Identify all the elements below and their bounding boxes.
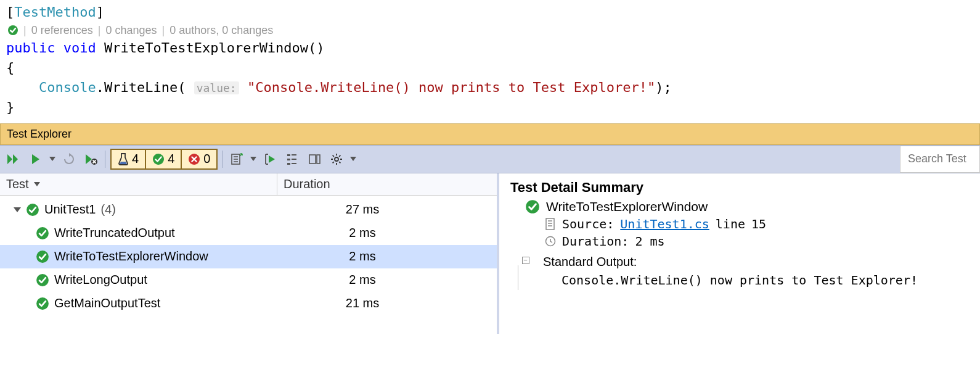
svg-rect-6 — [287, 159, 290, 160]
grid-header: Test Duration — [0, 173, 497, 196]
test-tree-pane: Test Duration UnitTest1 (4) 27 ms Writ — [0, 173, 499, 334]
stdout-value: Console.WriteLine() now prints to Test E… — [561, 273, 918, 288]
stdout-block: − Standard Output: Console.WriteLine() n… — [510, 255, 969, 290]
test-duration: 2 ms — [277, 226, 497, 240]
test-duration: 2 ms — [277, 249, 497, 263]
svg-point-10 — [335, 157, 338, 161]
svg-rect-8 — [309, 155, 316, 164]
test-explorer-body: Test Duration UnitTest1 (4) 27 ms Writ — [0, 173, 980, 334]
keyword: void — [63, 40, 96, 56]
test-detail-pane: Test Detail Summary WriteToTestExplorerW… — [499, 173, 980, 334]
type-name: Console — [39, 80, 96, 95]
test-row[interactable]: GetMainOutputTest21 ms — [0, 292, 497, 315]
playlist-button[interactable] — [228, 151, 245, 168]
method-signature: public void WriteToTestExplorerWindow() — [6, 38, 974, 58]
tree-guide — [518, 265, 518, 290]
pass-icon — [26, 203, 39, 217]
search-box[interactable] — [900, 146, 980, 173]
codelens-references[interactable]: 0 references — [31, 22, 93, 38]
group-count: (4) — [100, 202, 115, 217]
count-failed[interactable]: 0 — [182, 150, 216, 168]
run-failed-button[interactable] — [83, 151, 100, 168]
svg-rect-9 — [317, 155, 320, 164]
count-total[interactable]: 4 — [112, 150, 146, 168]
hierarchy-button[interactable] — [284, 151, 301, 168]
column-header-test[interactable]: Test — [0, 173, 277, 195]
parens: () — [308, 40, 325, 56]
method-ref: WriteLine — [104, 80, 178, 95]
duration-label: Duration: — [562, 234, 629, 249]
attribute-name: TestMethod — [14, 4, 96, 20]
code-editor[interactable]: [TestMethod] | 0 references | 0 changes … — [0, 0, 980, 123]
pass-icon — [36, 297, 49, 310]
test-pass-icon — [7, 25, 18, 36]
source-label: Source: — [562, 217, 614, 231]
test-name: WriteLongOutput — [54, 273, 147, 287]
search-input[interactable] — [907, 152, 973, 166]
test-row[interactable]: WriteLongOutput2 ms — [0, 268, 497, 292]
test-name: WriteTruncatedOutput — [54, 226, 175, 240]
bracket-close: ] — [96, 4, 104, 20]
pass-icon — [152, 153, 165, 165]
settings-dropdown-icon[interactable] — [350, 157, 356, 161]
run-button[interactable] — [27, 151, 44, 168]
codelens-row[interactable]: | 0 references | 0 changes | 0 authors, … — [6, 22, 974, 38]
test-duration: 21 ms — [277, 296, 497, 310]
expand-icon[interactable] — [14, 207, 21, 212]
column-header-test-label: Test — [6, 177, 29, 191]
group-name: UnitTest1 — [44, 202, 96, 217]
run-all-button[interactable] — [5, 151, 22, 168]
codelens-sep: | — [162, 22, 165, 38]
codelens-authors[interactable]: 0 authors, 0 changes — [169, 22, 273, 38]
count-passed[interactable]: 4 — [146, 150, 182, 168]
group-duration: 27 ms — [277, 202, 497, 217]
stdout-label: Standard Output: — [543, 255, 918, 269]
test-group-row[interactable]: UnitTest1 (4) 27 ms — [0, 198, 497, 222]
detail-title: Test Detail Summary — [510, 180, 969, 196]
method-call-line: Console.WriteLine( value: "Console.Write… — [6, 78, 974, 97]
test-duration: 2 ms — [277, 273, 497, 287]
detail-test-name: WriteToTestExplorerWindow — [546, 199, 708, 214]
toolbar-separator — [105, 151, 105, 168]
test-counts-box: 4 4 0 — [110, 149, 218, 170]
test-explorer-toolbar: 4 4 0 — [0, 145, 980, 173]
svg-rect-17 — [546, 218, 554, 230]
brace: } — [6, 99, 14, 115]
count-total-value: 4 — [132, 152, 139, 166]
column-header-duration[interactable]: Duration — [277, 173, 497, 195]
test-row[interactable]: WriteTruncatedOutput2 ms — [0, 222, 497, 245]
run-dropdown-icon[interactable] — [49, 157, 55, 161]
clock-icon — [545, 236, 556, 247]
brace: { — [6, 60, 14, 75]
call-close: ); — [655, 80, 672, 95]
param-hint: value: — [194, 81, 239, 94]
column-header-duration-label: Duration — [284, 177, 330, 191]
pass-icon — [36, 226, 49, 240]
show-details-button[interactable] — [306, 151, 323, 168]
brace-close: } — [6, 97, 974, 117]
svg-rect-5 — [287, 154, 290, 156]
test-row[interactable]: WriteToTestExplorerWindow2 ms — [0, 245, 497, 268]
settings-button[interactable] — [328, 151, 345, 168]
dot: . — [96, 80, 104, 95]
test-name: GetMainOutputTest — [54, 296, 160, 310]
string-literal: "Console.WriteLine() now prints to Test … — [247, 80, 655, 95]
source-line-prefix: line — [716, 217, 745, 231]
pass-icon — [525, 199, 540, 214]
source-line-number: 15 — [751, 217, 766, 231]
codelens-sep: | — [98, 22, 101, 38]
run-after-build-button[interactable] — [261, 151, 279, 168]
collapse-toggle[interactable]: − — [522, 257, 529, 264]
codelens-sep: | — [23, 22, 27, 38]
attribute-line: [TestMethod] — [6, 2, 974, 22]
method-name: WriteToTestExplorerWindow — [104, 40, 308, 56]
repeat-button[interactable] — [60, 151, 78, 168]
panel-title-text: Test Explorer — [7, 128, 71, 140]
pass-icon — [36, 250, 49, 263]
panel-title-bar[interactable]: Test Explorer — [0, 123, 980, 145]
source-file-link[interactable]: UnitTest1.cs — [620, 217, 709, 231]
playlist-dropdown-icon[interactable] — [250, 157, 256, 161]
sort-icon — [34, 182, 40, 186]
toolbar-separator — [223, 151, 223, 168]
codelens-changes[interactable]: 0 changes — [105, 22, 157, 38]
